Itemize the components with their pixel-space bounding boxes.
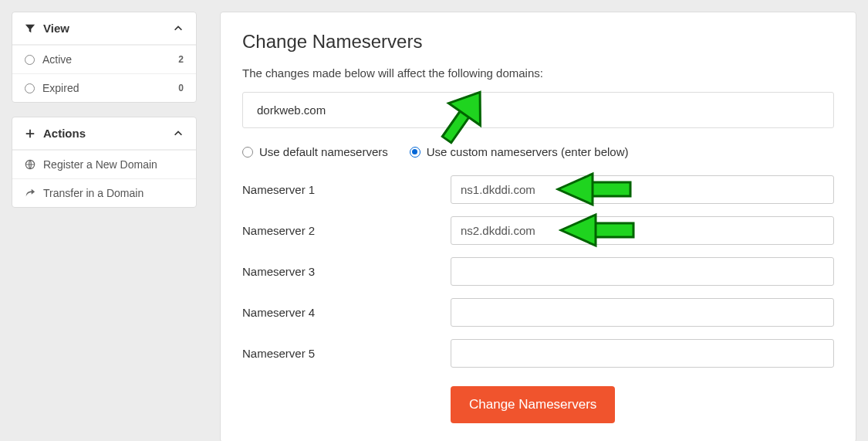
ns4-label: Nameserver 4 [242,306,451,319]
ns1-input[interactable] [451,175,834,204]
view-item-label: Expired [42,82,79,94]
ns2-label: Nameserver 2 [242,224,451,237]
radio-custom-nameservers[interactable]: Use custom nameservers (enter below) [410,145,629,158]
radio-label: Use default nameservers [259,145,388,158]
ns3-label: Nameserver 3 [242,265,451,278]
view-item-expired[interactable]: Expired 0 [12,73,196,102]
ns1-label: Nameserver 1 [242,183,451,196]
plus-icon [25,128,35,139]
ns5-input[interactable] [451,339,834,368]
action-item-label: Transfer in a Domain [43,187,144,199]
circle-icon [25,55,35,65]
page-title: Change Nameservers [242,31,834,53]
ns5-label: Nameserver 5 [242,347,451,360]
actions-title: Actions [43,127,86,140]
globe-icon [25,159,35,170]
chevron-up-icon [173,23,184,34]
view-title: View [43,22,69,35]
view-panel: View Active 2 Expired 0 [12,12,197,103]
ns4-input[interactable] [451,298,834,327]
main-content: Change Nameservers The changes made belo… [220,12,856,441]
action-transfer-domain[interactable]: Transfer in a Domain [12,178,196,207]
change-nameservers-button[interactable]: Change Nameservers [451,386,615,423]
share-icon [25,188,35,198]
radio-label: Use custom nameservers (enter below) [427,145,629,158]
radio-icon [410,147,420,158]
view-item-count: 2 [178,54,184,65]
filter-icon [25,23,35,34]
domain-box: dorkweb.com [242,92,834,128]
circle-icon [25,83,35,93]
view-panel-header[interactable]: View [12,12,196,45]
view-item-count: 0 [178,83,184,93]
view-item-active[interactable]: Active 2 [12,45,196,73]
radio-default-nameservers[interactable]: Use default nameservers [242,145,388,158]
chevron-up-icon [173,128,184,139]
page-description: The changes made below will affect the f… [242,66,834,80]
actions-panel-header[interactable]: Actions [12,117,196,150]
action-item-label: Register a New Domain [43,158,157,171]
actions-panel: Actions Register a New Domain Transfer i… [12,117,197,208]
view-item-label: Active [42,53,72,66]
ns3-input[interactable] [451,257,834,286]
radio-icon [242,147,253,158]
action-register-domain[interactable]: Register a New Domain [12,150,196,178]
ns2-input[interactable] [451,216,834,245]
